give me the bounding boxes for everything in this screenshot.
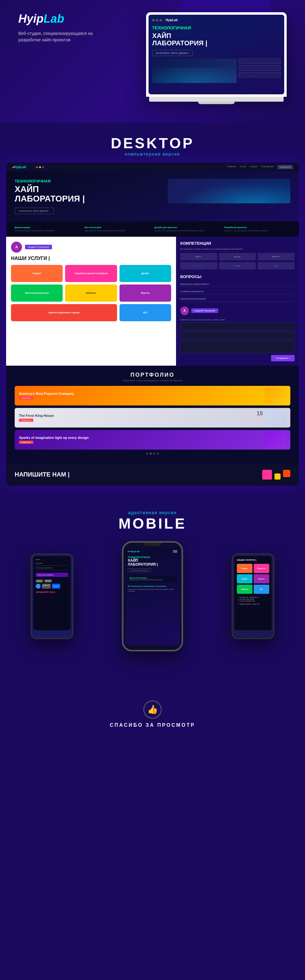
- form-hint: Свяжитесь с нами и наш специалист ответи…: [180, 319, 295, 321]
- page-dot-active[interactable]: [150, 453, 152, 455]
- portfolio-card-image: [265, 409, 286, 426]
- inner-hero-left: ТЕХНОЛОГИЧНАЯ ХАЙПЛАБОРАТОРИЯ | посмотре…: [15, 179, 162, 214]
- phone-service[interactable]: Дизайн: [237, 574, 253, 584]
- laptop-mockup: HyipLab ТЕХНОЛОГИЧНАЯ ХАЙПЛАБОРАТОРИЯ | …: [146, 12, 287, 104]
- services-grid: Лендинг Разработка проекта на HyipLab Ди…: [11, 265, 171, 321]
- service-card[interactable]: Разработка проекта на HyipLab: [65, 265, 117, 282]
- inner-hero-btn[interactable]: посмотреть demo движка ›: [15, 208, 54, 214]
- nav-link[interactable]: Главная: [226, 165, 235, 169]
- badge: ■ Bitrix: [36, 579, 43, 582]
- comp-logo-item: ■ Forge: [219, 253, 256, 260]
- phone-service[interactable]: Верстка: [254, 574, 269, 584]
- phone-left-badges: ■ Bitrix FORGE: [36, 579, 68, 582]
- feature-title: Разработка проектов: [224, 226, 291, 229]
- phone-service[interactable]: Разработка: [254, 564, 269, 573]
- service-card[interactable]: Мультипликационный: [11, 285, 63, 302]
- hamburger-icon[interactable]: [173, 550, 177, 552]
- service-card[interactable]: SEO: [120, 304, 171, 321]
- nav-dot-yellow: [39, 166, 41, 168]
- portfolio-card-1[interactable]: America's Best Popcorn Company Подробнее: [15, 386, 290, 406]
- logo-part2: Lab: [43, 12, 64, 25]
- faq-arrow-icon: ›: [294, 298, 295, 300]
- nav-link[interactable]: О нас: [240, 165, 246, 169]
- service-card[interactable]: Дизайн: [120, 265, 171, 282]
- phone-hero-btn[interactable]: посмотреть demo движка ›: [128, 568, 151, 572]
- phone-left-btn[interactable]: Скачать для телефона ›: [36, 573, 68, 577]
- nav-links: Главная О нас Услуги Портфолио Связаться: [226, 165, 293, 169]
- phone-services-block: Мы используем современные технологии тех…: [128, 585, 177, 592]
- phone-feature-block: ДжекилПлатформа, разработанная в HyipLab…: [128, 575, 177, 583]
- deco-square-pink: [262, 470, 272, 480]
- form-field-message[interactable]: [180, 341, 295, 353]
- portfolio-card-btn[interactable]: Подробнее: [19, 418, 33, 422]
- desktop-subtitle: компьютерная версия: [0, 151, 305, 156]
- badge: Dropbox: [52, 584, 60, 589]
- faq-question[interactable]: Какие услуги предоставляет? ›: [180, 283, 295, 285]
- inner-hero: ТЕХНОЛОГИЧНАЯ ХАЙПЛАБОРАТОРИЯ | посмотре…: [6, 172, 299, 221]
- contact-title: НАПИШИТЕ НАМ |: [15, 471, 70, 478]
- comp-name: ■ Bitrix: [196, 256, 202, 258]
- phone-service[interactable]: Шаблоны: [237, 585, 253, 594]
- page-dot[interactable]: [157, 453, 159, 455]
- portfolio-card-2[interactable]: The Frost King House Подробнее 15: [15, 408, 290, 428]
- service-card[interactable]: Верстка: [120, 285, 171, 302]
- comp-logos: ■ Bitrix ■ Forge ■ Bitrix24 ■ Dropbox ● …: [180, 253, 295, 269]
- portfolio-card-btn[interactable]: Подробнее: [19, 396, 33, 400]
- faq-text: Какие услуги предоставляет?: [180, 283, 210, 285]
- comp-logo-item: ● Stripe: [219, 262, 256, 269]
- laptop-logo: HyipLab: [166, 18, 177, 22]
- nav-btn[interactable]: Связаться: [278, 165, 293, 169]
- services-title: НАШИ УСЛУГИ |: [11, 256, 171, 261]
- inner-hero-tag: ТЕХНОЛОГИЧНАЯ: [15, 179, 162, 183]
- laptop-hero-btn[interactable]: посмотреть demo движка ›: [152, 50, 193, 56]
- deco-square-yellow: [275, 474, 281, 480]
- phone-right: НАШИ УСЛУГИ | Лендинг Разработка Дизайн …: [232, 554, 275, 639]
- feature-item: Дизайн для проектов создан у нас дизайне…: [154, 226, 221, 232]
- feature-item: Мы используем современные технологии раз…: [85, 226, 151, 232]
- laptop-right-block: [239, 65, 281, 71]
- nav-link[interactable]: Портфолио: [261, 165, 274, 169]
- nav-dot: [160, 19, 162, 21]
- service-card[interactable]: Шаблоны: [65, 285, 117, 302]
- phone-left-screen: Simbi Elapsed В процессе работы Скачать …: [32, 554, 73, 632]
- inner-hero-right: [168, 179, 290, 214]
- phone-left: Simbi Elapsed В процессе работы Скачать …: [30, 554, 73, 639]
- portfolio-card-3[interactable]: Sparks of imagination light up every des…: [15, 430, 290, 450]
- inner-hero-title: ХАЙПЛАБОРАТОРИЯ |: [15, 185, 162, 204]
- hero-left: HyipLab Веб-студия, специализирующаяся н…: [18, 12, 98, 43]
- portfolio-card-btn[interactable]: Подробнее: [19, 441, 33, 444]
- phone-left-item: В процессе работы: [36, 567, 68, 570]
- page-dot[interactable]: [146, 453, 148, 455]
- service-card[interactable]: Лендинг: [11, 265, 63, 282]
- full-site-preview: ■HyipLab Главная О нас Услуги Портфолио …: [6, 162, 299, 486]
- form-field-name[interactable]: [180, 323, 295, 331]
- faq-arrow-icon: ›: [294, 283, 295, 285]
- phone-left-badges2: ■ Bitrix24 Dropbox: [36, 584, 68, 589]
- faq-list: Какие услуги предоставляет? › Стоимость …: [180, 282, 295, 302]
- comp-name: ■ Dropbox: [194, 265, 203, 267]
- inner-two-col: А Андрей Горьковой НАШИ УСЛУГИ | Лендинг…: [6, 237, 299, 366]
- desktop-preview-section: ■HyipLab Главная О нас Услуги Портфолио …: [0, 162, 305, 498]
- services-col: А Андрей Горьковой НАШИ УСЛУГИ | Лендинг…: [6, 237, 176, 366]
- faq-title: ВОПРОСЫ: [180, 274, 295, 279]
- hero-section: HyipLab Веб-студия, специализирующаяся н…: [0, 0, 305, 123]
- faq-question[interactable]: Срок выполнения заказа? ›: [180, 298, 295, 300]
- faq-text: Срок выполнения заказа?: [180, 298, 206, 300]
- laptop-wave: [152, 59, 237, 83]
- form-submit-btn[interactable]: Отправить ›: [271, 355, 295, 361]
- service-card[interactable]: Администрирование сервера: [11, 304, 117, 321]
- inner-features: Демонстрации Описание и демонстрация раб…: [6, 221, 299, 237]
- form-field-email[interactable]: [180, 332, 295, 340]
- inner-hero-wave: [168, 179, 290, 204]
- nav-dots: [36, 166, 44, 168]
- phone-service[interactable]: Лендинг: [237, 564, 253, 573]
- page-dot[interactable]: [153, 453, 155, 455]
- author-avatar: А: [11, 242, 22, 253]
- phone-right-extra4: — найди дизайн с верстки: [237, 603, 269, 605]
- nav-dot-red: [36, 166, 38, 168]
- nav-link[interactable]: Услуги: [250, 165, 257, 169]
- faq-question[interactable]: Стоимость разработки? ›: [180, 290, 295, 293]
- phone-service[interactable]: SEO: [254, 585, 269, 594]
- author-bottom: А Андрей Горьковой: [180, 307, 295, 315]
- laptop-hero-title: ХАЙПЛАБОРАТОРИЯ |: [152, 32, 281, 47]
